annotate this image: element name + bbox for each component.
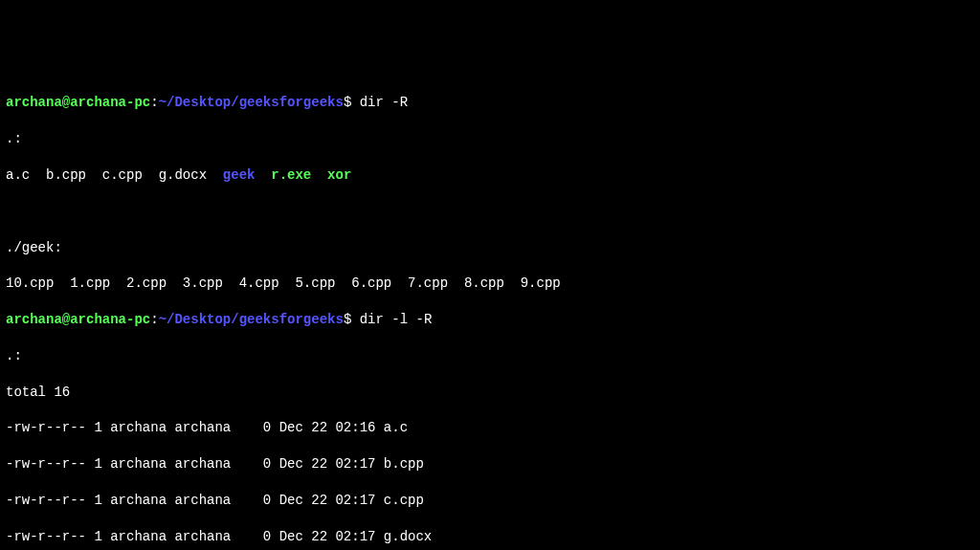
output-line: .: — [6, 347, 974, 365]
prompt-separator: : — [150, 95, 158, 110]
blank-line — [6, 203, 974, 221]
output-line: ./geek: — [6, 239, 974, 257]
prompt-user-host: archana@archana-pc — [6, 312, 150, 327]
output-line: 10.cpp 1.cpp 2.cpp 3.cpp 4.cpp 5.cpp 6.c… — [6, 275, 974, 293]
prompt-path: ~/Desktop/geeksforgeeks — [159, 312, 344, 327]
executable-name: r.exe — [271, 167, 311, 183]
output-line: total 16 — [6, 384, 974, 402]
file-list: a.c b.cpp c.cpp g.docx — [6, 167, 223, 183]
file-list — [311, 167, 327, 183]
output-line: -rw-r--r-- 1 archana archana 0 Dec 22 02… — [6, 528, 974, 546]
output-line: a.c b.cpp c.cpp g.docx geek r.exe xor — [6, 166, 974, 185]
prompt-line-2: archana@archana-pc:~/Desktop/geeksforgee… — [6, 311, 974, 329]
prompt-line-1: archana@archana-pc:~/Desktop/geeksforgee… — [6, 94, 974, 112]
output-line: -rw-r--r-- 1 archana archana 0 Dec 22 02… — [6, 419, 974, 437]
executable-name: xor — [327, 167, 351, 183]
prompt-separator: : — [150, 312, 158, 327]
output-line: -rw-r--r-- 1 archana archana 0 Dec 22 02… — [6, 455, 974, 473]
terminal-content[interactable]: archana@archana-pc:~/Desktop/geeksforgee… — [6, 77, 974, 550]
output-line: .: — [6, 130, 974, 148]
prompt-user-host: archana@archana-pc — [6, 95, 150, 110]
command-text: dir -R — [351, 95, 408, 110]
prompt-path: ~/Desktop/geeksforgeeks — [159, 95, 344, 110]
directory-name: geek — [223, 167, 256, 183]
output-line: -rw-r--r-- 1 archana archana 0 Dec 22 02… — [6, 492, 974, 510]
file-list — [255, 167, 271, 183]
command-text: dir -l -R — [351, 312, 432, 327]
